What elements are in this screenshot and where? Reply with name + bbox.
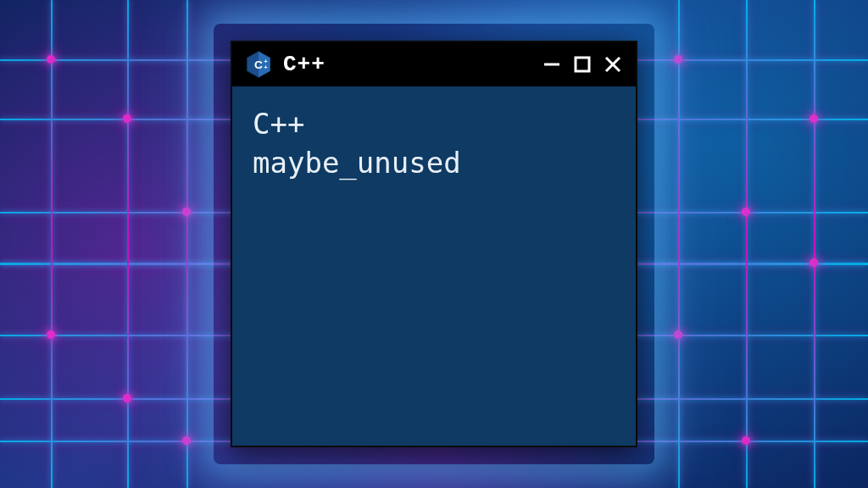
- svg-rect-6: [576, 58, 589, 71]
- svg-text:+: +: [264, 64, 268, 70]
- maximize-button[interactable]: [571, 53, 593, 75]
- svg-text:+: +: [264, 58, 268, 64]
- minimize-button[interactable]: [541, 53, 563, 75]
- client-area: C++ maybe_unused: [232, 86, 636, 446]
- close-button[interactable]: [602, 53, 624, 75]
- window-title: C++: [283, 52, 531, 77]
- cpp-icon: C + +: [244, 50, 273, 79]
- code-line-1: C++: [253, 105, 615, 144]
- app-window: C + + C++ C++ maybe_unused: [231, 41, 637, 447]
- titlebar[interactable]: C + + C++: [232, 42, 636, 86]
- window-controls: [541, 53, 624, 75]
- svg-text:C: C: [254, 58, 263, 71]
- code-line-2: maybe_unused: [253, 144, 615, 183]
